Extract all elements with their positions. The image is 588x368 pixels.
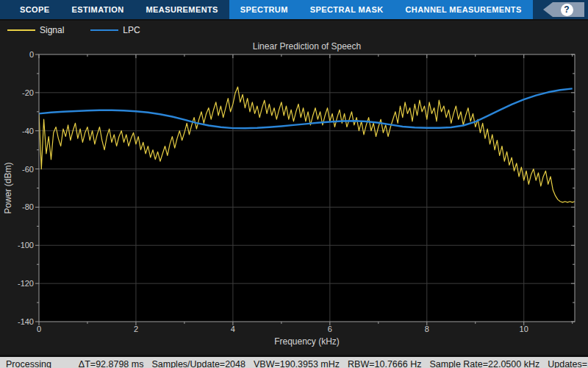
x-tick-label: 6 [328,325,332,333]
legend-label-signal: Signal [40,25,64,35]
legend-label-lpc: LPC [123,25,140,35]
y-tick-label: -120 [18,279,34,288]
help-icon[interactable]: ? [561,4,573,16]
spectrum-analyzer-window: SCOPE ESTIMATION MEASUREMENTS SPECTRUM S… [0,0,588,368]
status-delta-t: ΔT=92.8798 ms [79,359,144,368]
x-tick-label: 2 [134,325,138,333]
x-tick-label: 4 [231,325,235,333]
legend-item-lpc[interactable]: LPC [90,25,140,35]
x-tick-label: 0 [37,325,41,333]
status-rbw: RBW=10.7666 Hz [348,359,421,368]
y-tick-label: 0 [29,50,34,59]
tab-spectral-mask[interactable]: SPECTRAL MASK [299,0,395,19]
signal-line-swatch [7,29,35,31]
x-axis-label: Frequency (kHz) [274,336,340,347]
status-processing: Processing [6,359,51,368]
chart-title: Linear Prediction of Speech [253,41,361,52]
lpc-line-swatch [90,29,118,31]
y-tick-label: -140 [18,317,34,326]
tab-channel-measurements[interactable]: CHANNEL MEASUREMENTS [395,0,533,19]
help-tag: ? [543,2,584,17]
spectrum-chart: 02468100-20-40-60-80-100-120-140Linear P… [0,40,588,352]
figure-area: 02468100-20-40-60-80-100-120-140Linear P… [0,40,588,355]
tab-scope[interactable]: SCOPE [9,0,61,19]
legend: Signal LPC [0,19,588,40]
y-tick-label: -40 [22,127,34,135]
tab-measurements[interactable]: MEASUREMENTS [135,0,229,19]
status-samples-per-update: Samples/Update=2048 [151,359,245,368]
x-tick-label: 10 [520,325,528,333]
y-tick-label: -60 [22,165,34,174]
tab-spectrum[interactable]: SPECTRUM [229,0,299,19]
tab-estimation[interactable]: ESTIMATION [61,0,135,19]
y-tick-label: -80 [22,202,34,211]
toolbar-spacer [533,0,543,19]
status-bar: Processing ΔT=92.8798 ms Samples/Update=… [0,355,588,368]
status-updates: Updates=107 [548,359,588,368]
toolstrip: SCOPE ESTIMATION MEASUREMENTS SPECTRUM S… [0,0,588,19]
x-tick-label: 8 [425,325,429,333]
y-tick-label: -100 [18,241,34,250]
status-sample-rate: Sample Rate=22.0500 kHz [429,359,539,368]
active-tab-group: SPECTRUM SPECTRAL MASK CHANNEL MEASUREME… [229,0,533,19]
y-axis-label: Power (dBm) [3,162,13,213]
y-tick-label: -20 [22,88,34,97]
status-vbw: VBW=190.3953 mHz [254,359,340,368]
plot-background [39,54,575,322]
legend-item-signal[interactable]: Signal [7,25,64,35]
help-area: ? [543,0,584,19]
